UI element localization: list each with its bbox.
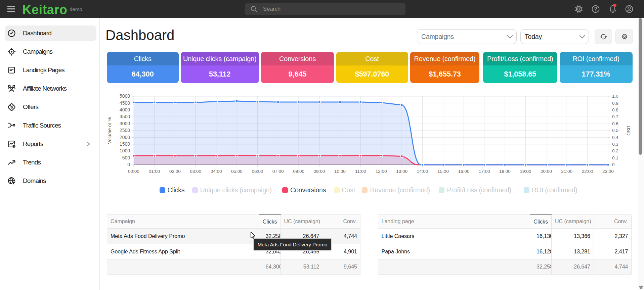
svg-text:3000: 3000 <box>120 121 130 126</box>
svg-text:06:00: 06:00 <box>252 169 263 174</box>
svg-text:2000: 2000 <box>120 135 130 140</box>
svg-text:4000: 4000 <box>120 107 130 112</box>
svg-text:3500: 3500 <box>120 114 130 119</box>
svg-text:09:00: 09:00 <box>314 169 325 174</box>
svg-text:20:00: 20:00 <box>541 169 552 174</box>
svg-text:07:00: 07:00 <box>272 169 284 174</box>
svg-text:0: 0 <box>612 162 615 167</box>
svg-text:0.4: 0.4 <box>612 135 618 140</box>
svg-text:12:00: 12:00 <box>376 169 387 174</box>
svg-text:18:00: 18:00 <box>499 169 511 174</box>
svg-text:08:00: 08:00 <box>293 169 304 174</box>
svg-text:1.0: 1.0 <box>612 94 618 99</box>
svg-text:16:00: 16:00 <box>458 169 469 174</box>
svg-text:10:00: 10:00 <box>334 169 346 174</box>
svg-text:00:00: 00:00 <box>128 169 139 174</box>
svg-text:11:00: 11:00 <box>355 169 366 174</box>
svg-text:0.6: 0.6 <box>612 121 618 126</box>
svg-text:USD: USD <box>626 126 631 136</box>
svg-text:19:00: 19:00 <box>520 169 531 174</box>
svg-text:1000: 1000 <box>120 148 130 153</box>
svg-text:17:00: 17:00 <box>479 169 490 174</box>
svg-text:0: 0 <box>127 162 130 167</box>
svg-text:0.7: 0.7 <box>612 114 618 119</box>
svg-text:04:00: 04:00 <box>211 169 222 174</box>
svg-text:15:00: 15:00 <box>437 169 449 174</box>
svg-text:14:00: 14:00 <box>417 169 428 174</box>
svg-text:0.1: 0.1 <box>612 155 618 160</box>
svg-text:0.8: 0.8 <box>612 107 618 112</box>
svg-text:22:00: 22:00 <box>582 169 593 174</box>
svg-text:0.3: 0.3 <box>612 142 618 147</box>
svg-text:23:00: 23:00 <box>602 169 614 174</box>
svg-text:21:00: 21:00 <box>561 169 572 174</box>
svg-text:05:00: 05:00 <box>231 169 243 174</box>
svg-text:13:00: 13:00 <box>396 169 407 174</box>
svg-text:03:00: 03:00 <box>190 169 201 174</box>
svg-text:1500: 1500 <box>120 141 130 147</box>
svg-text:02:00: 02:00 <box>169 169 181 174</box>
svg-text:0.5: 0.5 <box>612 128 618 133</box>
svg-text:4500: 4500 <box>120 100 130 106</box>
svg-text:01:00: 01:00 <box>149 169 160 174</box>
svg-text:500: 500 <box>122 155 130 160</box>
svg-text:2500: 2500 <box>120 128 130 133</box>
svg-text:0.2: 0.2 <box>612 148 618 153</box>
svg-text:0.9: 0.9 <box>612 101 618 106</box>
svg-text:5000: 5000 <box>120 93 130 99</box>
svg-text:Volume or %: Volume or % <box>107 117 112 144</box>
